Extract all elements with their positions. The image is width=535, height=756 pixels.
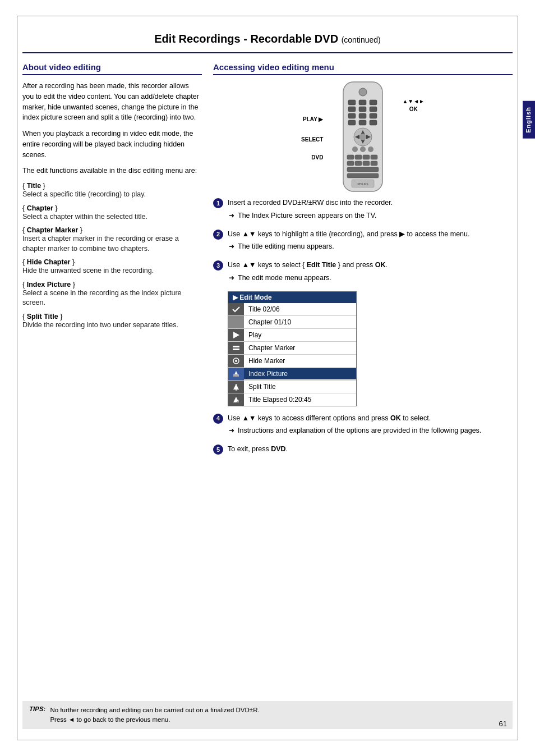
svg-rect-29 <box>363 161 370 166</box>
menu-item-chapter-marker: { Chapter Marker } Insert a chapter mark… <box>22 226 202 254</box>
accessing-video-editing-heading: Accessing video editing menu <box>213 62 513 75</box>
menu-item-index-picture: { Index Picture } Select a scene in the … <box>22 281 202 308</box>
edit-mode-icon-blank <box>228 316 244 328</box>
right-column: Accessing video editing menu PLAY ▶ SELE… <box>213 62 513 462</box>
edit-mode-row-elapsed: Title Elapsed 0:20:45 <box>228 393 356 406</box>
english-tab: English <box>523 101 535 139</box>
svg-rect-25 <box>363 155 370 159</box>
tips-box: TIPS: No further recording and editing c… <box>22 701 513 730</box>
remote-play-label: PLAY ▶ SELECT DVD <box>301 114 323 163</box>
step-1: 1 Insert a recorded DVD±R/±RW disc into … <box>213 198 513 221</box>
svg-rect-9 <box>359 113 366 118</box>
svg-rect-7 <box>370 107 377 112</box>
menu-item-chapter: { Chapter } Select a chapter within the … <box>22 204 202 222</box>
svg-rect-30 <box>371 161 377 166</box>
edit-mode-icon-index <box>228 368 244 380</box>
menu-item-hide-chapter: { Hide Chapter } Hide the unwanted scene… <box>22 258 202 276</box>
svg-rect-8 <box>348 113 356 118</box>
svg-marker-41 <box>233 374 239 377</box>
menu-item-title: { Title } Select a specific title (recor… <box>22 182 202 200</box>
edit-mode-row-chapter-marker: Chapter Marker <box>228 342 356 355</box>
svg-rect-24 <box>355 155 362 159</box>
svg-rect-32 <box>347 173 379 178</box>
svg-rect-23 <box>347 155 354 159</box>
edit-mode-icon-hide <box>228 355 244 367</box>
svg-rect-4 <box>370 100 377 105</box>
svg-rect-11 <box>348 120 356 125</box>
svg-marker-35 <box>233 332 239 338</box>
svg-point-20 <box>352 146 358 152</box>
svg-text:PHILIPS: PHILIPS <box>357 182 368 186</box>
remote-ok-label: ▲▼◄►OK <box>402 98 425 113</box>
svg-point-22 <box>368 146 373 152</box>
edit-mode-icon-play <box>228 329 244 341</box>
svg-rect-26 <box>371 155 377 159</box>
menu-item-split-title: { Split Title } Divide the recording int… <box>22 313 202 331</box>
step-3: 3 Use ▲▼ keys to select { Edit Title } a… <box>213 260 513 283</box>
tips-label: TIPS: <box>29 705 45 725</box>
svg-point-19 <box>359 134 366 140</box>
edit-mode-header: ▶ Edit Mode <box>228 292 356 303</box>
step-5: 5 To exit, press DVD. <box>213 444 513 455</box>
svg-rect-6 <box>359 107 366 112</box>
svg-rect-28 <box>355 161 362 166</box>
edit-mode-row-play: Play <box>228 329 356 342</box>
about-video-editing-heading: About video editing <box>22 62 202 75</box>
edit-mode-icon-elapsed <box>228 393 244 406</box>
remote-svg: PHILIPS <box>335 81 391 193</box>
svg-point-39 <box>235 360 237 362</box>
svg-rect-3 <box>359 100 366 105</box>
edit-mode-row-split-title: Split Title <box>228 381 356 393</box>
edit-mode-row-index-picture: Index Picture <box>228 368 356 381</box>
svg-rect-36 <box>233 346 239 347</box>
step-2: 2 Use ▲▼ keys to highlight a title (reco… <box>213 229 513 253</box>
remote-illustration: PLAY ▶ SELECT DVD ▲▼◄►OK <box>301 81 425 193</box>
intro-paragraph-3: The edit functions available in the disc… <box>22 166 202 176</box>
edit-mode-row-hide-marker: Hide Marker <box>228 355 356 368</box>
svg-rect-10 <box>370 113 377 118</box>
step-4: 4 Use ▲▼ keys to access different option… <box>213 413 513 437</box>
edit-mode-icon-split <box>228 381 244 393</box>
svg-rect-12 <box>359 120 366 125</box>
edit-mode-row-chapter: Chapter 01/10 <box>228 316 356 329</box>
tips-content: No further recording and editing can be … <box>50 705 259 725</box>
intro-paragraph-2: When you playback a recording in video e… <box>22 129 202 160</box>
edit-mode-row-title: Title 02/06 <box>228 303 356 316</box>
svg-rect-5 <box>348 107 356 112</box>
page-number: 61 <box>499 720 507 728</box>
svg-rect-13 <box>370 120 377 125</box>
svg-rect-27 <box>347 161 354 166</box>
intro-paragraph-1: After a recording has been made, this re… <box>22 81 202 123</box>
svg-rect-37 <box>233 349 239 350</box>
edit-mode-icon-marker <box>228 342 244 354</box>
svg-point-21 <box>360 146 366 152</box>
left-column: About video editing After a recording ha… <box>22 62 202 462</box>
svg-rect-31 <box>347 167 379 172</box>
svg-point-1 <box>359 88 367 96</box>
page-title: Edit Recordings - Recordable DVD (contin… <box>22 22 513 53</box>
svg-rect-2 <box>348 100 356 105</box>
edit-mode-menu: ▶ Edit Mode Title 02/06 Chapter 01/10 <box>228 291 357 406</box>
edit-mode-icon-check <box>228 303 244 315</box>
